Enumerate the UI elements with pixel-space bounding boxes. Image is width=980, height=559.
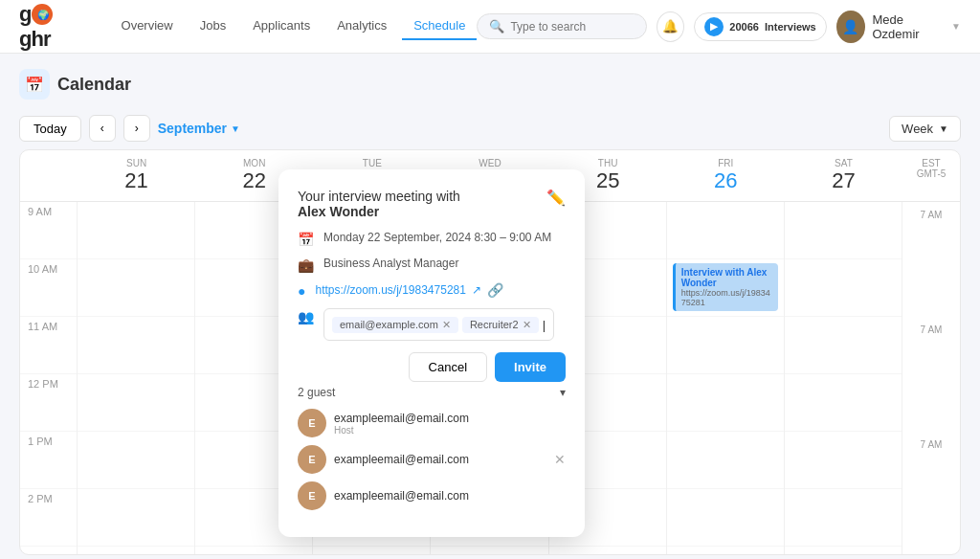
popup-date-row: 📅 Monday 22 September, 2024 8:30 – 9:00 … (298, 231, 566, 247)
time-11am: 11 AM (20, 317, 77, 374)
guest-item-2: E exampleemail@email.com (298, 481, 566, 510)
guest-avatar-1: E (298, 445, 326, 474)
today-button[interactable]: Today (19, 116, 81, 142)
interview-label: Interviews (765, 21, 816, 33)
chevron-down-icon: ▼ (951, 21, 961, 32)
nav-right: 🔍 🔔 ▶ 20066 Interviews 👤 Mede Ozdemir ▼ (477, 11, 961, 43)
cal-toolbar: Today ‹ › September ▼ Week ▼ (19, 115, 961, 142)
guest-role-0: Host (334, 425, 566, 436)
tz-label: ESTGMT-5 (906, 158, 956, 179)
popup-invite-row: 👥 email@example.com ✕ Recruiter2 ✕ | (298, 308, 566, 341)
fri-event-title: Interview with Alex Wonder (681, 267, 772, 288)
popup-intro: Your interview meeting with (298, 189, 460, 204)
nav-jobs[interactable]: Jobs (189, 12, 237, 40)
popup-title-block: Your interview meeting with Alex Wonder (298, 189, 460, 219)
guests-header[interactable]: 2 guest ▾ (298, 386, 566, 399)
time-column: 9 AM 10 AM 11 AM 12 PM 1 PM 2 PM (20, 202, 78, 554)
tag-email: email@example.com ✕ (332, 317, 458, 333)
popup-edit-button[interactable]: ✏️ (546, 189, 566, 207)
time-9am: 9 AM (20, 202, 77, 259)
guest-close-1[interactable]: ✕ (554, 452, 566, 467)
nav-overview[interactable]: Overview (110, 12, 185, 40)
day-col-sun (78, 202, 195, 554)
week-label: Week (902, 122, 933, 136)
user-section[interactable]: 👤 Mede Ozdemir ▼ (836, 11, 961, 43)
guest-email-1: exampleemail@email.com (334, 453, 546, 466)
popup-header: Your interview meeting with Alex Wonder … (298, 189, 566, 219)
guests-count-label: 2 guest (298, 386, 335, 399)
nav-links: Overview Jobs Applicants Analytics Sched… (110, 12, 478, 40)
navbar: g 🌍 ghr Overview Jobs Applicants Analyti… (0, 0, 980, 54)
people-icon: 👥 (298, 309, 314, 324)
calendar-icon: 📅 (19, 69, 50, 100)
guest-avatar-0: E (298, 409, 326, 437)
nav-analytics[interactable]: Analytics (325, 12, 398, 40)
guest-email-0: exampleemail@email.com (334, 412, 566, 425)
popup-actions: Cancel Invite (298, 352, 566, 382)
fri-event[interactable]: Interview with Alex Wonder https://zoom.… (673, 263, 778, 311)
week-chevron-icon: ▼ (939, 123, 948, 134)
time-1pm: 1 PM (20, 432, 77, 489)
user-name: Mede Ozdemir (873, 12, 945, 41)
zoom-icon: ● (298, 283, 305, 299)
calendar-title: Calendar (57, 75, 131, 95)
day-header-5: FRI 26 (667, 150, 785, 201)
bell-button[interactable]: 🔔 (657, 11, 684, 42)
tag-recruiter-close[interactable]: ✕ (523, 319, 531, 331)
nav-applicants[interactable]: Applicants (241, 12, 322, 40)
tag-email-label: email@example.com (340, 319, 438, 330)
search-icon: 🔍 (489, 19, 504, 34)
guest-info-1: exampleemail@email.com (334, 453, 546, 466)
briefcase-icon: 💼 (298, 257, 314, 273)
interview-count: 20066 (729, 21, 759, 33)
external-link-icon: ↗ (472, 283, 481, 297)
time-10am: 10 AM (20, 259, 77, 317)
search-input[interactable] (510, 20, 635, 34)
interview-popup: Your interview meeting with Alex Wonder … (278, 169, 585, 537)
month-selector[interactable]: September ▼ (158, 121, 240, 136)
interview-badge[interactable]: ▶ 20066 Interviews (694, 12, 826, 41)
copy-link-icon[interactable]: 🔗 (487, 282, 503, 298)
guest-item-1: E exampleemail@email.com ✕ (298, 445, 566, 474)
tag-recruiter-label: Recruiter2 (470, 319, 519, 330)
guests-section: 2 guest ▾ E exampleemail@email.com Host … (298, 386, 566, 510)
guest-info-2: exampleemail@email.com (334, 489, 566, 503)
time-12pm: 12 PM (20, 374, 77, 432)
popup-candidate-name: Alex Wonder (298, 204, 379, 219)
search-box[interactable]: 🔍 (477, 13, 647, 39)
calendar-grid: SUN 21 MON 22 TUE 23 WED 24 THU 25 FRI 2… (19, 149, 961, 555)
guest-email-2: exampleemail@email.com (334, 489, 566, 503)
popup-zoom-row: ● https://zoom.us/j/1983475281 ↗ 🔗 (298, 282, 566, 299)
nav-schedule[interactable]: Schedule (402, 12, 477, 40)
guest-info-0: exampleemail@email.com Host (334, 412, 566, 436)
time-2pm: 2 PM (20, 489, 77, 547)
popup-zoom-link[interactable]: https://zoom.us/j/1983475281 (315, 283, 465, 297)
right-time-col: 7 AM 7 AM 7 AM (902, 202, 960, 554)
day-col-sat (785, 202, 902, 554)
tag-input-area[interactable]: email@example.com ✕ Recruiter2 ✕ | (323, 308, 554, 341)
week-selector[interactable]: Week ▼ (889, 116, 961, 142)
tag-recruiter: Recruiter2 ✕ (462, 317, 539, 333)
popup-job-row: 💼 Business Analyst Manager (298, 257, 566, 273)
tag-cursor: | (543, 318, 546, 332)
bell-icon: 🔔 (662, 19, 679, 34)
tag-email-close[interactable]: ✕ (442, 319, 451, 331)
guests-chevron-icon: ▾ (560, 386, 566, 399)
time-header-empty (20, 150, 78, 201)
prev-arrow[interactable]: ‹ (89, 115, 116, 142)
next-arrow[interactable]: › (123, 115, 150, 142)
invite-button[interactable]: Invite (495, 352, 566, 382)
cancel-button[interactable]: Cancel (409, 352, 487, 382)
popup-date-time: Monday 22 September, 2024 8:30 – 9:00 AM (323, 231, 551, 244)
calendar-small-icon: 📅 (298, 232, 314, 247)
guest-item-0: E exampleemail@email.com Host (298, 409, 566, 437)
day-col-fri: Interview with Alex Wonder https://zoom.… (667, 202, 785, 554)
day-header-6: SAT 27 (785, 150, 902, 201)
logo: g 🌍 ghr (19, 2, 83, 52)
badge-icon: ▶ (704, 17, 724, 36)
month-chevron-icon: ▼ (231, 123, 240, 134)
popup-link-row: https://zoom.us/j/1983475281 ↗ 🔗 (315, 282, 502, 298)
calendar-header-row: 📅 Calendar (19, 69, 961, 100)
day-header-0: SUN 21 (78, 150, 195, 201)
main-content: 📅 Calendar Today ‹ › September ▼ Week ▼ … (0, 54, 980, 559)
